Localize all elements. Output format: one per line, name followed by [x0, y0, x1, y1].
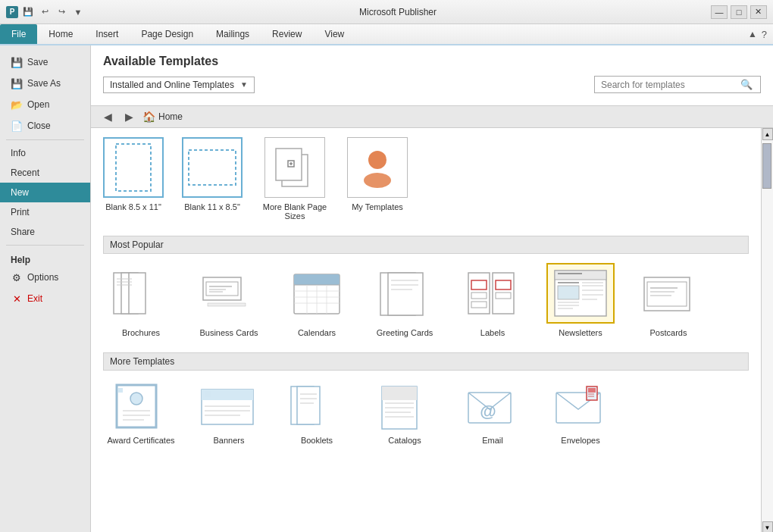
blank-portrait-template[interactable]: Blank 8.5 x 11": [103, 137, 164, 221]
sidebar-item-close[interactable]: 📄 Close: [0, 115, 90, 136]
blank-landscape-template[interactable]: Blank 11 x 8.5": [182, 137, 243, 221]
more-templates-grid: Award Certificates: [103, 380, 749, 445]
home-nav[interactable]: 🏠 Home: [142, 111, 183, 123]
minimize-button[interactable]: —: [711, 5, 728, 19]
newsletters-item[interactable]: Newsletters: [543, 263, 618, 337]
booklets-icon: [286, 382, 347, 431]
brochures-item[interactable]: Brochures: [103, 263, 179, 337]
help-icon[interactable]: ?: [762, 29, 767, 40]
my-templates[interactable]: My Templates: [347, 137, 408, 221]
quick-redo[interactable]: ↪: [55, 5, 68, 19]
svg-rect-74: [297, 386, 320, 424]
svg-rect-22: [294, 274, 340, 285]
close-button[interactable]: ✕: [750, 5, 767, 19]
templates-area: Blank 8.5 x 11" Blank 11 x 8.5": [91, 128, 761, 532]
blank-portrait-thumb: [103, 137, 164, 198]
banners-thumb: [195, 380, 263, 433]
back-button[interactable]: ◀: [100, 109, 115, 124]
quick-more[interactable]: ▼: [71, 5, 85, 19]
svg-rect-40: [496, 280, 511, 289]
more-templates-header: More Templates: [103, 352, 749, 371]
sidebar-item-exit[interactable]: ✕ Exit: [0, 288, 90, 309]
quick-undo[interactable]: ↩: [38, 5, 52, 19]
sidebar-item-share[interactable]: Share: [0, 222, 90, 242]
tab-home[interactable]: Home: [37, 24, 84, 44]
search-input[interactable]: [601, 80, 737, 90]
catalogs-icon: [374, 382, 435, 431]
sidebar-item-options[interactable]: ⚙ Options: [0, 267, 90, 288]
forward-button[interactable]: ▶: [121, 109, 136, 124]
banners-label: Banners: [214, 436, 245, 445]
newsletters-thumb: [546, 263, 615, 324]
sidebar-item-save[interactable]: 💾 Save: [0, 52, 90, 73]
tab-review[interactable]: Review: [261, 24, 313, 44]
exit-icon: ✕: [11, 293, 23, 305]
booklets-item[interactable]: Booklets: [279, 380, 355, 445]
business-cards-item[interactable]: Business Cards: [191, 263, 267, 337]
sidebar-item-open[interactable]: 📂 Open: [0, 94, 90, 115]
calendars-item[interactable]: Calendars: [279, 263, 355, 337]
collapse-ribbon-icon[interactable]: ▲: [748, 29, 757, 39]
business-cards-icon: [199, 267, 259, 320]
svg-rect-63: [118, 388, 123, 393]
greeting-cards-icon: [374, 267, 435, 320]
template-source-dropdown[interactable]: Installed and Online Templates ▼: [103, 77, 255, 93]
svg-point-8: [364, 173, 391, 188]
envelopes-thumb: [546, 380, 615, 433]
quick-save[interactable]: 💾: [21, 5, 35, 19]
sidebar-item-save-as[interactable]: 💾 Save As: [0, 73, 90, 94]
content-header: Available Templates Installed and Online…: [91, 45, 773, 105]
sidebar-item-print[interactable]: Print: [0, 202, 90, 222]
award-cert-item[interactable]: Award Certificates: [103, 380, 179, 445]
tab-mailings[interactable]: Mailings: [205, 24, 261, 44]
divider-1: [6, 139, 84, 140]
postcards-item[interactable]: Postcards: [631, 263, 706, 337]
greeting-cards-item[interactable]: Greeting Cards: [367, 263, 443, 337]
my-templates-icon: [351, 141, 404, 194]
tab-file[interactable]: File: [0, 24, 37, 44]
svg-rect-43: [555, 271, 606, 280]
search-box: 🔍: [594, 76, 761, 93]
window-controls: — □ ✕: [711, 5, 767, 19]
email-icon: @: [462, 382, 523, 431]
email-item[interactable]: @ Email: [455, 380, 530, 445]
scroll-up-button[interactable]: ▲: [762, 128, 773, 140]
svg-rect-1: [189, 150, 236, 185]
tab-page-design[interactable]: Page Design: [130, 24, 205, 44]
template-controls: Installed and Online Templates ▼ 🔍: [103, 76, 761, 93]
sidebar-item-recent[interactable]: Recent: [0, 163, 90, 183]
labels-item[interactable]: Labels: [455, 263, 530, 337]
sidebar-help-label: Help: [0, 249, 90, 267]
envelopes-item[interactable]: Envelopes: [543, 380, 618, 445]
sidebar-item-new[interactable]: New: [0, 183, 90, 202]
envelopes-label: Envelopes: [561, 436, 599, 445]
brochures-icon: [111, 267, 171, 320]
svg-rect-37: [471, 293, 487, 299]
more-blank-template[interactable]: More Blank Page Sizes: [261, 137, 329, 221]
save-icon: 💾: [11, 56, 23, 68]
catalogs-item[interactable]: Catalogs: [367, 380, 443, 445]
scroll-track: [762, 140, 773, 521]
calendars-thumb: [283, 263, 351, 324]
sidebar-item-info[interactable]: Info: [0, 143, 90, 163]
search-icon[interactable]: 🔍: [740, 79, 753, 90]
templates-scroll-area: Blank 8.5 x 11" Blank 11 x 8.5": [91, 128, 773, 532]
tab-view[interactable]: View: [313, 24, 355, 44]
my-templates-thumb: [347, 137, 408, 198]
blank-templates: Blank 8.5 x 11" Blank 11 x 8.5": [103, 137, 749, 221]
sidebar: 💾 Save 💾 Save As 📂 Open 📄 Close Info Rec…: [0, 45, 91, 532]
banners-item[interactable]: Banners: [191, 380, 267, 445]
close-doc-icon: 📄: [11, 120, 23, 132]
dropdown-arrow-icon: ▼: [240, 80, 248, 89]
scroll-down-button[interactable]: ▼: [762, 521, 773, 532]
svg-rect-36: [471, 280, 487, 289]
svg-rect-38: [471, 302, 487, 308]
scroll-thumb[interactable]: [762, 143, 771, 189]
save-as-icon: 💾: [11, 77, 23, 89]
labels-icon: [462, 267, 523, 320]
maximize-button[interactable]: □: [731, 5, 747, 19]
popular-grid: Brochures: [103, 263, 749, 337]
brochures-thumb: [107, 263, 175, 324]
open-icon: 📂: [11, 99, 23, 111]
tab-insert[interactable]: Insert: [84, 24, 130, 44]
